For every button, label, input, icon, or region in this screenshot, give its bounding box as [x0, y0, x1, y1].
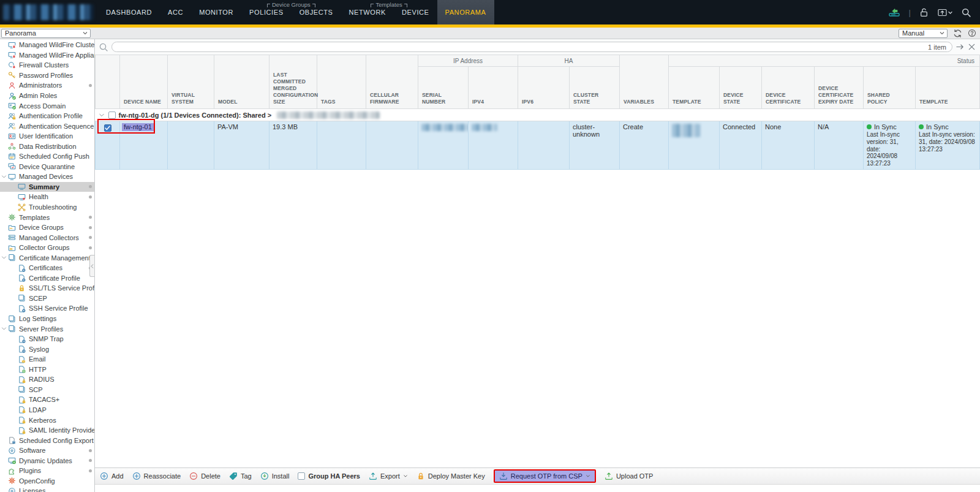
sidebar-item-saml-identity-provider[interactable]: SAML Identity Provider [0, 425, 94, 436]
commit-icon[interactable] [888, 7, 901, 18]
toolbar-button-delete[interactable]: Delete [189, 472, 221, 480]
sidebar-item-scheduled-config-push[interactable]: Scheduled Config Push [0, 151, 94, 162]
sidebar-item-troubleshooting[interactable]: Troubleshooting [0, 202, 94, 213]
column-header-tags[interactable]: TAGS [317, 55, 366, 109]
column-header-ipv4[interactable]: IPV4 [469, 67, 518, 109]
green-status-dot-icon [867, 124, 872, 129]
refresh-icon[interactable] [953, 29, 962, 38]
sidebar-item-radius[interactable]: RADIUS [0, 374, 94, 385]
filter-input[interactable]: 1 item [111, 42, 952, 52]
column-header-device-certificate-expiry-date[interactable]: DEVICE CERTIFICATE EXPIRY DATE [815, 67, 864, 109]
toolbar-button-upload-otp[interactable]: Upload OTP [605, 472, 654, 480]
column-header-template[interactable]: TEMPLATE [669, 67, 720, 109]
context-select[interactable]: Panorama [1, 29, 91, 38]
device-group-row[interactable]: fw-ntg-01-dg (1/1 Devices Connected): Sh… [96, 109, 980, 121]
sidebar-item-log-settings[interactable]: Log Settings [0, 314, 94, 324]
tab-policies[interactable]: POLICIES [241, 0, 292, 25]
sidebar-item-syslog[interactable]: Syslog [0, 344, 94, 354]
commit-mode-select[interactable]: Manual [899, 29, 948, 38]
tab-network[interactable]: NETWORK [341, 0, 394, 25]
apply-filter-icon[interactable] [956, 43, 965, 51]
toolbar-button-export[interactable]: Export [369, 472, 408, 480]
column-header-serial-number[interactable]: SERIAL NUMBER [418, 67, 469, 109]
lock-open-icon[interactable] [919, 7, 929, 18]
column-header-variables[interactable]: VARIABLES [620, 55, 669, 109]
column-header-select[interactable] [96, 55, 120, 109]
sidebar-item-snmp-trap[interactable]: SNMP Trap [0, 334, 94, 344]
help-icon[interactable] [968, 29, 976, 37]
sidebar-item-dynamic-updates[interactable]: Dynamic Updates [0, 455, 94, 466]
chevron-down-icon[interactable] [98, 112, 105, 119]
sidebar-item-http[interactable]: HTTP [0, 365, 94, 375]
column-header-template-status[interactable]: TEMPLATE [916, 67, 980, 109]
column-header-ipv6[interactable]: IPV6 [518, 67, 570, 109]
sidebar-item-scheduled-config-export[interactable]: Scheduled Config Export [0, 435, 94, 445]
sidebar-item-certificate-management[interactable]: Certificate Management [0, 252, 94, 263]
sidebar-item-user-identification[interactable]: User Identification [0, 131, 94, 142]
column-header-model[interactable]: MODEL [214, 55, 270, 109]
toolbar-button-tag[interactable]: Tag [229, 472, 252, 480]
sidebar-item-authentication-sequence[interactable]: Authentication Sequence [0, 121, 94, 131]
column-header-virtual-system[interactable]: VIRTUAL SYSTEM [168, 55, 214, 109]
sidebar-item-collector-groups[interactable]: Collector Groups [0, 243, 94, 253]
sidebar-item-managed-wildfire-appliances[interactable]: Managed WildFire Appliances [0, 50, 94, 61]
sidebar-item-kerberos[interactable]: Kerberos [0, 415, 94, 425]
sidebar-item-ldap[interactable]: LDAP [0, 405, 94, 415]
tab-panorama[interactable]: PANORAMA [437, 0, 494, 25]
tab-dashboard[interactable]: DASHBOARD [98, 0, 160, 25]
sidebar-item-plugins[interactable]: Plugins [0, 466, 94, 476]
sidebar-item-software[interactable]: Software [0, 445, 94, 456]
toolbar-button-add[interactable]: Add [100, 472, 124, 480]
column-header-device-name[interactable]: DEVICE NAME [120, 55, 168, 109]
toolbar-button-group-ha-peers[interactable]: Group HA Peers [298, 472, 360, 480]
tab-acc[interactable]: ACC [160, 0, 191, 25]
sidebar-item-openconfig[interactable]: OpenConfig [0, 476, 94, 486]
sidebar-item-certificate-profile[interactable]: Certificate Profile [0, 273, 94, 284]
sidebar-item-admin-roles[interactable]: Admin Roles [0, 91, 94, 101]
sidebar-item-managed-devices[interactable]: Managed Devices [0, 172, 94, 182]
toolbar-button-reassociate[interactable]: Reassociate [132, 472, 181, 480]
sidebar-item-authentication-profile[interactable]: Authentication Profile [0, 111, 94, 121]
sidebar-item-device-groups[interactable]: Device Groups [0, 222, 94, 233]
column-header-shared-policy[interactable]: SHARED POLICY [864, 67, 916, 109]
column-header-cluster-state[interactable]: CLUSTER STATE [570, 67, 620, 109]
sidebar-item-summary[interactable]: Summary [0, 182, 94, 192]
column-header-device-state[interactable]: DEVICE STATE [720, 67, 762, 109]
sidebar-item-device-quarantine[interactable]: Device Quarantine [0, 162, 94, 172]
sidebar-item-ssl-tls-service-profile[interactable]: SSL/TLS Service Profile [0, 283, 94, 293]
search-icon[interactable] [961, 7, 971, 18]
tab-monitor[interactable]: MONITOR [191, 0, 241, 25]
sidebar-item-tacacs[interactable]: TACACS+ [0, 395, 94, 405]
sidebar-item-health[interactable]: Health [0, 192, 94, 202]
save-icon[interactable] [937, 7, 953, 18]
sidebar-item-scp[interactable]: SCP [0, 385, 94, 395]
toolbar-button-install[interactable]: Install [260, 472, 290, 480]
sidebar-item-licenses[interactable]: Licenses [0, 486, 94, 492]
sidebar-item-password-profiles[interactable]: Password Profiles [0, 70, 94, 81]
device-row-checkbox[interactable] [104, 124, 111, 132]
sidebar-item-access-domain[interactable]: Access Domain [0, 100, 94, 111]
sidebar-item-scep[interactable]: SCEP [0, 293, 94, 304]
column-header-device-certificate[interactable]: DEVICE CERTIFICATE [762, 67, 815, 109]
clear-filter-icon[interactable] [968, 43, 976, 51]
device-name-highlight[interactable]: fw-ntg-01 [122, 123, 155, 131]
group-ha-peers-checkbox[interactable] [298, 472, 305, 480]
column-header-last-committed-merged-configuration-size[interactable]: LAST COMMITTED MERGED CONFIGURATION SIZE [270, 55, 317, 109]
device-group-checkbox[interactable] [108, 112, 116, 119]
sidebar-item-certificates[interactable]: Certificates [0, 263, 94, 273]
sidebar-item-email[interactable]: Email [0, 354, 94, 365]
tab-device[interactable]: DEVICE [394, 0, 437, 25]
toolbar-button-deploy-master-key[interactable]: Deploy Master Key [417, 472, 485, 480]
sidebar-collapse-handle[interactable] [89, 255, 94, 277]
sidebar-item-data-redistribution[interactable]: Data Redistribution [0, 141, 94, 151]
sidebar-item-managed-collectors[interactable]: Managed Collectors [0, 232, 94, 243]
sidebar-item-server-profiles[interactable]: Server Profiles [0, 324, 94, 334]
column-header-cellular-firmware[interactable]: CELLULAR FIRMWARE [366, 55, 418, 109]
sidebar-item-managed-wildfire-clusters[interactable]: Managed WildFire Clusters [0, 40, 94, 50]
tab-objects[interactable]: OBJECTS [292, 0, 341, 25]
sidebar-item-ssh-service-profile[interactable]: SSH Service Profile [0, 303, 94, 314]
toolbar-button-request-otp-from-csp[interactable]: Request OTP from CSP [494, 469, 596, 483]
sidebar-item-templates[interactable]: Templates [0, 212, 94, 222]
sidebar-item-administrators[interactable]: Administrators [0, 80, 94, 91]
sidebar-item-firewall-clusters[interactable]: Firewall Clusters [0, 60, 94, 70]
